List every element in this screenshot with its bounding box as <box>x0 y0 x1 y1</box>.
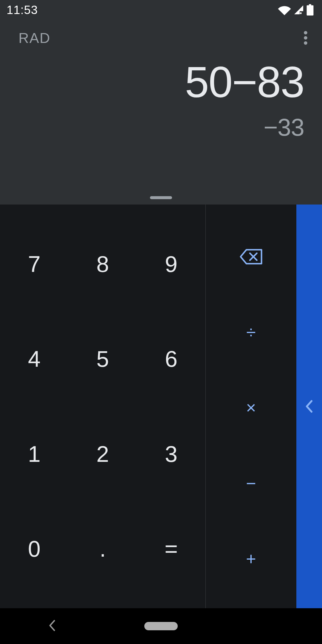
key-3[interactable]: 3 <box>137 406 205 501</box>
key-1[interactable]: 1 <box>0 406 69 501</box>
key-delete[interactable] <box>206 219 296 294</box>
backspace-icon <box>239 248 263 265</box>
svg-point-2 <box>304 36 307 40</box>
nav-back-button[interactable] <box>48 620 57 633</box>
status-time: 11:53 <box>7 3 38 17</box>
status-icons <box>278 4 314 16</box>
key-5[interactable]: 5 <box>69 312 137 407</box>
navigation-bar <box>0 608 322 644</box>
result-preview: −33 <box>18 113 304 141</box>
angle-mode-indicator[interactable]: RAD <box>18 30 50 46</box>
more-vert-icon <box>304 31 307 45</box>
signal-icon <box>293 4 305 15</box>
operator-pad: ÷ × − + <box>206 205 296 608</box>
nav-home-pill[interactable] <box>144 622 178 630</box>
status-bar: 11:53 <box>0 0 322 20</box>
chevron-left-icon <box>305 400 313 413</box>
chevron-left-icon <box>48 620 57 631</box>
calculator-display: RAD 50−83 −33 <box>0 20 322 205</box>
key-0[interactable]: 0 <box>0 501 69 597</box>
expression-text[interactable]: 50−83 <box>18 57 304 107</box>
key-subtract[interactable]: − <box>206 445 296 521</box>
key-decimal[interactable]: . <box>69 501 137 597</box>
battery-icon <box>306 4 314 16</box>
key-divide[interactable]: ÷ <box>206 294 296 370</box>
svg-point-3 <box>304 41 307 45</box>
history-drag-handle[interactable] <box>150 196 172 199</box>
more-options-button[interactable] <box>295 27 316 48</box>
key-8[interactable]: 8 <box>69 216 137 312</box>
digit-pad: 7 8 9 4 5 6 1 2 3 0 . = <box>0 205 206 608</box>
wifi-icon <box>278 4 291 15</box>
key-2[interactable]: 2 <box>69 406 137 501</box>
key-multiply[interactable]: × <box>206 370 296 445</box>
key-7[interactable]: 7 <box>0 216 69 312</box>
key-add[interactable]: + <box>206 521 296 596</box>
svg-point-1 <box>304 31 307 35</box>
advanced-panel-handle[interactable] <box>296 205 322 608</box>
key-9[interactable]: 9 <box>137 216 205 312</box>
keypad: 7 8 9 4 5 6 1 2 3 0 . = ÷ × − + <box>0 205 322 608</box>
key-6[interactable]: 6 <box>137 312 205 407</box>
key-equals[interactable]: = <box>137 501 205 597</box>
key-4[interactable]: 4 <box>0 312 69 407</box>
